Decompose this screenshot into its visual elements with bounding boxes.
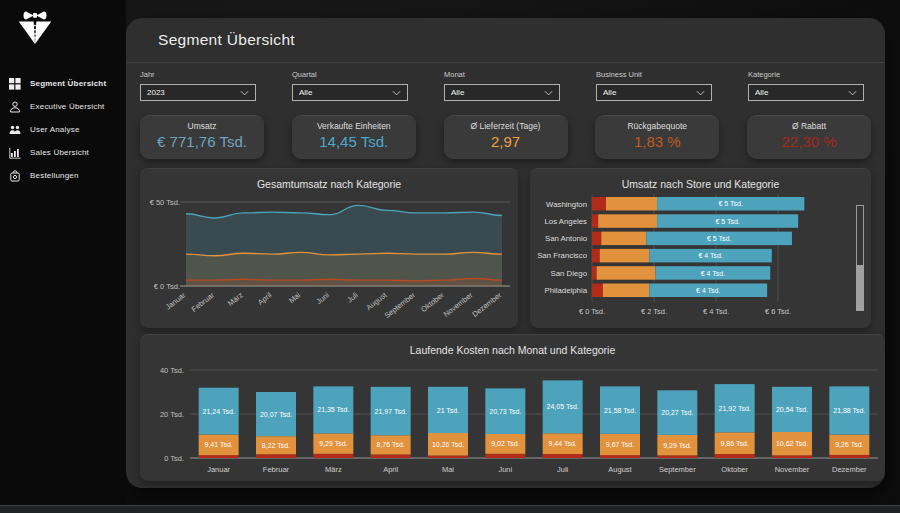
column-data-label: 21,92 Tsd. — [719, 405, 751, 412]
filter-label: Quartal — [292, 70, 408, 79]
chevron-down-icon — [392, 90, 401, 96]
column-segment-kategorie-red[interactable] — [715, 454, 755, 458]
store-label: San Diego — [551, 269, 588, 278]
kpi-label: Rückgabequote — [595, 121, 719, 131]
chart-title: Umsatz nach Store und Kategorie — [530, 169, 871, 190]
column-data-label: 9,29 Tsd. — [663, 442, 691, 449]
column-data-label: 20,07 Tsd. — [260, 411, 292, 418]
column-segment-kategorie-red[interactable] — [199, 455, 239, 458]
store-label: Philadelphia — [545, 286, 588, 295]
sidebar-menu: Segment ÜbersichtExecutive ÜbersichtUser… — [0, 72, 126, 187]
column-segment-kategorie-red[interactable] — [543, 454, 583, 458]
bar-segment-kategorie-red[interactable] — [592, 197, 606, 211]
sidebar-item-user-analyse[interactable]: User Analyse — [0, 118, 126, 141]
filter-dropdown[interactable]: Alle — [596, 84, 712, 101]
filter-label: Jahr — [140, 70, 256, 79]
kpi-card--rabatt[interactable]: Ø Rabatt22,30 % — [747, 115, 871, 159]
filter-selected-value: Alle — [451, 88, 464, 97]
column-data-label: 20,54 Tsd. — [776, 406, 808, 413]
bar-segment-kategorie-orange[interactable] — [597, 266, 656, 280]
column-data-label: 8,22 Tsd. — [262, 442, 290, 449]
bar-segment-kategorie-red[interactable] — [592, 266, 597, 280]
filter-dropdown[interactable]: 2023 — [140, 84, 256, 101]
bar-segment-kategorie-red[interactable] — [592, 249, 600, 263]
sidebar-item-bestellungen[interactable]: Bestellungen — [0, 164, 126, 187]
y-tick-label: € 0 Tsd. — [154, 282, 180, 291]
kpi-card--lieferzeit-tage-[interactable]: Ø Lieferzeit (Tage)2,97 — [444, 115, 568, 159]
filter-monat: MonatAlle — [444, 70, 560, 101]
column-segment-kategorie-red[interactable] — [600, 455, 640, 458]
filter-bar: Jahr2023QuartalAlleMonatAlleBusiness Uni… — [140, 70, 871, 110]
kpi-value: € 771,76 Tsd. — [140, 133, 264, 150]
column-segment-kategorie-red[interactable] — [772, 455, 812, 458]
column-data-label: 9,44 Tsd. — [549, 440, 577, 447]
sidebar-item-executive-bersicht[interactable]: Executive Übersicht — [0, 95, 126, 118]
screen-bottom-bezel — [0, 505, 900, 513]
column-data-label: 9,86 Tsd. — [721, 440, 749, 447]
column-segment-kategorie-red[interactable] — [371, 454, 411, 458]
kpi-card-umsatz[interactable]: Umsatz€ 771,76 Tsd. — [140, 115, 264, 159]
filter-dropdown[interactable]: Alle — [444, 84, 560, 101]
x-tick-label: Januar — [164, 290, 188, 312]
x-tick-label: März — [325, 465, 342, 474]
bar-segment-kategorie-red[interactable] — [592, 214, 598, 228]
x-tick-label: Mai — [442, 465, 454, 474]
kpi-row: Umsatz€ 771,76 Tsd.Verkaufte Einheiten14… — [140, 115, 871, 159]
hbar-chart-svg: € 0 Tsd.€ 2 Tsd.€ 4 Tsd.€ 6 Tsd.Washingt… — [530, 190, 855, 320]
scrollbar-thumb[interactable] — [856, 265, 864, 311]
bar-segment-kategorie-red[interactable] — [592, 232, 601, 246]
x-tick-label: Januar — [207, 465, 230, 474]
filter-dropdown[interactable]: Alle — [748, 84, 864, 101]
filter-selected-value: 2023 — [147, 88, 165, 97]
sidebar-item-segment-bersicht[interactable]: Segment Übersicht — [0, 72, 126, 95]
chart-scrollbar[interactable] — [856, 205, 864, 311]
person-icon — [9, 101, 21, 113]
bar-segment-kategorie-orange[interactable] — [603, 284, 650, 298]
chart-gesamtumsatz-nach-kategorie: Gesamtumsatz nach Kategorie € 50 Tsd.€ 0… — [140, 168, 518, 328]
filter-kategorie: KategorieAlle — [748, 70, 864, 101]
bar-segment-kategorie-orange[interactable] — [601, 232, 646, 246]
chart-laufende-kosten: Laufende Kosten nach Monat und Kategorie… — [140, 334, 885, 481]
x-tick-label: August — [608, 465, 632, 474]
area-chart-svg: € 50 Tsd.€ 0 Tsd.JanuarFebruarMärzAprilM… — [140, 190, 518, 318]
sidebar-item-label: Segment Übersicht — [30, 79, 106, 88]
x-tick-label: November — [775, 465, 810, 474]
column-segment-kategorie-red[interactable] — [829, 455, 869, 458]
column-segment-kategorie-red[interactable] — [313, 454, 353, 458]
column-data-label: 9,02 Tsd. — [491, 440, 519, 447]
x-tick-label: Mai — [287, 290, 302, 305]
column-segment-kategorie-red[interactable] — [428, 456, 468, 458]
bar-segment-kategorie-orange[interactable] — [606, 197, 657, 211]
x-tick-label: April — [256, 290, 274, 307]
sidebar-item-sales-bersicht[interactable]: Sales Übersicht — [0, 141, 126, 164]
column-segment-kategorie-red[interactable] — [485, 454, 525, 458]
x-tick-label: Februar — [190, 290, 217, 314]
filter-selected-value: Alle — [299, 88, 312, 97]
store-label: San Francisco — [537, 251, 587, 260]
chevron-down-icon — [240, 90, 249, 96]
column-segment-kategorie-red[interactable] — [657, 455, 697, 458]
chevron-down-icon — [848, 90, 857, 96]
bar-segment-kategorie-red[interactable] — [592, 284, 603, 298]
kpi-card-verkaufte-einheiten[interactable]: Verkaufte Einheiten14,45 Tsd. — [292, 115, 416, 159]
bar-segment-kategorie-orange[interactable] — [600, 249, 650, 263]
filter-dropdown[interactable]: Alle — [292, 84, 408, 101]
kpi-value: 22,30 % — [747, 133, 871, 150]
column-segment-kategorie-red[interactable] — [256, 454, 296, 458]
bar-data-label: € 4 Tsd. — [698, 252, 722, 259]
bar-segment-kategorie-orange[interactable] — [598, 214, 657, 228]
store-label: Los Angeles — [545, 217, 588, 226]
kpi-card-r-ckgabequote[interactable]: Rückgabequote1,83 % — [595, 115, 719, 159]
column-data-label: 20,73 Tsd. — [489, 408, 521, 415]
x-tick-label: € 0 Tsd. — [579, 307, 605, 316]
orders-icon — [9, 170, 21, 182]
x-tick-label: Dezember — [832, 465, 867, 474]
filter-label: Monat — [444, 70, 560, 79]
chart-umsatz-nach-store: Umsatz nach Store und Kategorie € 0 Tsd.… — [530, 168, 871, 328]
bar-data-label: € 5 Tsd. — [707, 235, 731, 242]
chart-title: Laufende Kosten nach Monat und Kategorie — [140, 335, 885, 356]
filter-label: Kategorie — [748, 70, 864, 79]
filter-selected-value: Alle — [603, 88, 616, 97]
sidebar: Segment ÜbersichtExecutive ÜbersichtUser… — [0, 0, 126, 506]
filter-jahr: Jahr2023 — [140, 70, 256, 101]
